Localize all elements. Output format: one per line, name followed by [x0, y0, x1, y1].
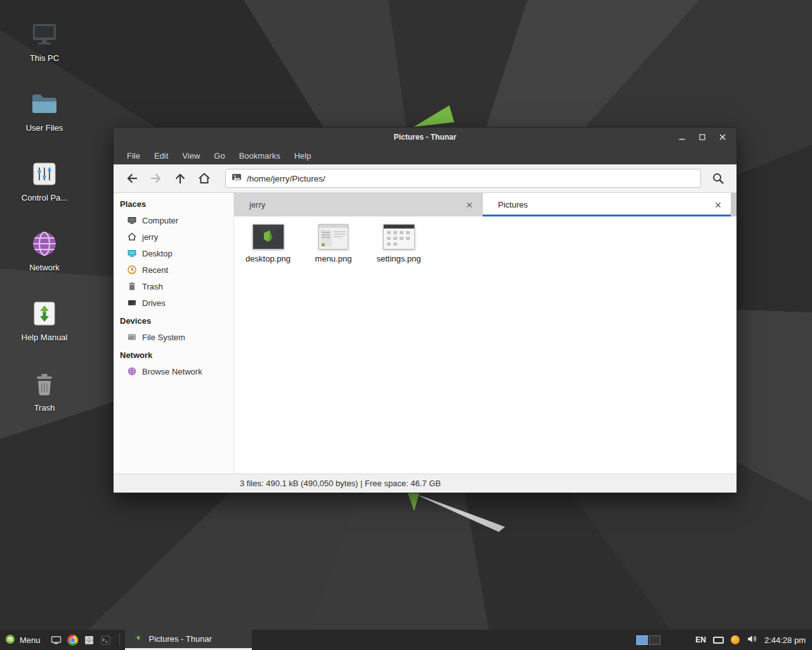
sidebar-item-browse-network[interactable]: Browse Network [114, 363, 233, 380]
wallpaper-mint-logo-top [414, 105, 454, 127]
sidebar: Places Computer jerry Desktop Recent [114, 193, 234, 474]
mint-logo-icon [5, 634, 15, 646]
keyboard-layout-indicator[interactable]: EN [695, 635, 706, 644]
sidebar-item-label: Trash [142, 282, 163, 291]
browser-icon [67, 635, 78, 646]
clock[interactable]: 2:44:28 pm [764, 635, 806, 645]
wallpaper-mint-logo-bottom [408, 493, 419, 511]
desktop-icon-trash[interactable]: Trash [10, 369, 79, 413]
menu-view[interactable]: View [175, 147, 207, 164]
clock-icon [127, 265, 137, 275]
desktop-icon-this-pc[interactable]: This PC [10, 19, 79, 63]
tab-pictures[interactable]: Pictures [483, 193, 731, 216]
file-name: menu.png [315, 254, 352, 263]
globe-icon [29, 229, 60, 259]
update-manager-icon[interactable] [731, 635, 740, 644]
workspace-2[interactable] [649, 635, 660, 645]
sidebar-item-label: Computer [142, 216, 178, 225]
desktop-icon-label: Network [29, 263, 60, 272]
desktop-icon-label: Help Manual [22, 333, 68, 342]
file-item-settings-png[interactable]: settings.png [366, 224, 431, 263]
menu-edit[interactable]: Edit [147, 147, 175, 164]
sidebar-item-recent[interactable]: Recent [114, 262, 233, 278]
status-text: 3 files: 490.1 kB (490,050 bytes) | Free… [240, 479, 441, 488]
window-title: Pictures - Thunar [114, 133, 737, 142]
control-panel-icon [29, 159, 60, 189]
sidebar-item-file-system[interactable]: File System [114, 329, 233, 345]
display-tray-icon[interactable] [713, 637, 724, 644]
sidebar-item-label: Browse Network [142, 367, 202, 376]
forward-button[interactable] [144, 168, 168, 189]
tab-label: Pictures [498, 200, 528, 209]
menu-bookmarks[interactable]: Bookmarks [232, 147, 287, 164]
desktop-icon-help-manual[interactable]: Help Manual [10, 298, 79, 342]
terminal-launcher[interactable] [98, 630, 114, 650]
tab-close-icon[interactable] [463, 199, 476, 211]
thunar-window-icon [134, 633, 144, 645]
workspace-1[interactable] [636, 635, 648, 645]
status-bar: 3 files: 490.1 kB (490,050 bytes) | Free… [114, 474, 737, 493]
computer-icon [127, 215, 137, 225]
menu-help[interactable]: Help [287, 147, 318, 164]
home-button[interactable] [192, 168, 216, 189]
panel-separator [119, 634, 120, 646]
file-thumbnail [383, 224, 415, 249]
close-button[interactable] [714, 129, 731, 145]
file-view[interactable]: desktop.png menu.png settings.png [234, 216, 737, 474]
file-manager-launcher[interactable] [81, 630, 98, 650]
location-image-icon [232, 172, 242, 185]
desktop-icon-label: User Files [26, 123, 63, 133]
search-button[interactable] [706, 168, 730, 189]
desktop-monitor-icon [127, 248, 137, 258]
window-titlebar[interactable]: Pictures - Thunar [114, 128, 737, 147]
desktop-icon-network[interactable]: Network [10, 229, 79, 272]
maximize-button[interactable] [693, 129, 711, 145]
tab-jerry[interactable]: jerry [234, 193, 482, 216]
volume-icon[interactable] [747, 633, 757, 647]
desktop-icon-control-panel[interactable]: Control Pa... [10, 159, 79, 202]
trash-icon [127, 281, 137, 291]
sidebar-item-desktop[interactable]: Desktop [114, 245, 233, 262]
network-globe-icon [127, 366, 137, 376]
system-tray: EN 2:44:28 pm [636, 630, 812, 650]
sidebar-item-trash[interactable]: Trash [114, 278, 233, 295]
tab-label: jerry [249, 200, 265, 209]
desktop-icon-label: Control Pa... [22, 193, 67, 202]
desktop-icon-label: Trash [34, 403, 55, 413]
up-button[interactable] [168, 168, 192, 189]
computer-icon [29, 19, 60, 50]
file-item-menu-png[interactable]: menu.png [301, 224, 366, 263]
menubar: File Edit View Go Bookmarks Help [114, 147, 737, 164]
taskbar-window-button[interactable]: Pictures - Thunar [125, 630, 252, 650]
minimize-button[interactable] [673, 129, 691, 145]
desktop-icon-user-files[interactable]: User Files [10, 89, 79, 133]
taskbar-window-label: Pictures - Thunar [149, 634, 212, 644]
sidebar-header-network: Network [114, 345, 233, 363]
menu-button-label: Menu [20, 635, 41, 645]
file-item-desktop-png[interactable]: desktop.png [235, 224, 301, 263]
file-thumbnail [252, 224, 284, 249]
workspace-switcher[interactable] [636, 635, 660, 645]
sidebar-header-places: Places [114, 194, 233, 212]
file-name: settings.png [376, 254, 421, 263]
web-browser-launcher[interactable] [65, 630, 81, 650]
home-icon [127, 232, 137, 242]
path-bar[interactable]: /home/jerry/Pictures/ [225, 169, 701, 188]
sidebar-item-home[interactable]: jerry [114, 229, 233, 245]
wallpaper-accent-streak [417, 495, 505, 532]
menu-go[interactable]: Go [207, 147, 232, 164]
menu-button[interactable]: Menu [0, 630, 48, 650]
sidebar-item-label: Desktop [142, 249, 173, 258]
sidebar-item-label: Drives [142, 298, 166, 308]
back-button[interactable] [120, 168, 144, 189]
trash-icon [29, 369, 60, 399]
sidebar-item-drives[interactable]: Drives [114, 295, 233, 311]
sidebar-item-label: jerry [142, 232, 158, 242]
show-desktop-button[interactable] [48, 630, 65, 650]
path-text: /home/jerry/Pictures/ [247, 174, 325, 183]
tab-bar: jerry Pictures [234, 193, 737, 216]
folder-icon [29, 89, 60, 119]
menu-file[interactable]: File [120, 147, 147, 164]
tab-close-icon[interactable] [712, 199, 724, 211]
sidebar-item-computer[interactable]: Computer [114, 212, 233, 229]
